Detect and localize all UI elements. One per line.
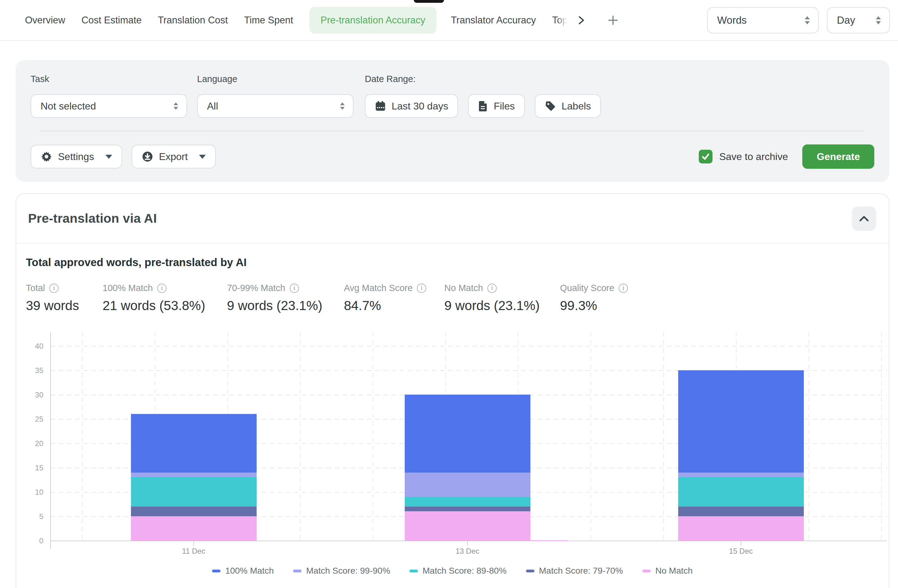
language-select-value: All — [207, 100, 218, 112]
legend-item[interactable]: Match Score: 79-70% — [526, 566, 623, 576]
date-range-value: Last 30 days — [392, 100, 448, 112]
legend-item[interactable]: 100% Match — [212, 566, 274, 576]
stat-value: 84.7% — [344, 298, 444, 313]
legend-label: Match Score: 89-80% — [423, 566, 506, 576]
plot-area: 051015202530354011 Dec13 Dec15 Dec — [51, 332, 887, 541]
labels-button-label: Labels — [561, 100, 591, 112]
collapse-card-button[interactable] — [852, 206, 876, 231]
stat-avg-match-score: Avg Match Scorei 84.7% — [344, 283, 444, 313]
info-icon[interactable]: i — [487, 283, 497, 293]
stat-70-99-match: 70-99% Matchi 9 words (23.1%) — [227, 283, 344, 313]
legend-swatch — [212, 570, 220, 573]
y-axis-tick-label: 30 — [20, 391, 43, 399]
unit-select[interactable]: Words — [707, 7, 819, 33]
baseline-zero-bar-artifact — [530, 540, 569, 541]
date-range-label: Date Range: — [365, 74, 601, 84]
bar-segment — [131, 516, 257, 540]
x-gridline — [300, 332, 301, 541]
pre-translation-card: Pre-translation via AI Total approved wo… — [15, 193, 889, 588]
filter-divider — [40, 130, 865, 131]
bar-segment — [131, 473, 257, 477]
add-tab-icon[interactable] — [608, 15, 618, 26]
legend-item[interactable]: Match Score: 99-90% — [293, 566, 390, 576]
labels-filter-button[interactable]: Labels — [535, 94, 601, 118]
legend-label: Match Score: 99-90% — [306, 566, 390, 576]
legend-swatch — [526, 570, 534, 573]
chart-legend: 100% MatchMatch Score: 99-90%Match Score… — [16, 566, 889, 576]
bar-segment — [131, 414, 257, 472]
info-icon[interactable]: i — [619, 283, 628, 293]
generate-button[interactable]: Generate — [802, 145, 874, 169]
chevron-down-icon — [199, 155, 206, 159]
report-tabbar: Overview Cost Estimate Translation Cost … — [0, 0, 898, 41]
stat-no-match: No Matchi 9 words (23.1%) — [444, 283, 560, 313]
x-axis-tick — [741, 541, 741, 546]
bar-segment — [405, 506, 530, 512]
stat-value: 21 words (53.8%) — [103, 298, 227, 313]
chart-section-title: Total approved words, pre-translated by … — [26, 256, 875, 269]
y-gridline — [51, 346, 887, 346]
tab-overview[interactable]: Overview — [25, 15, 65, 26]
task-select[interactable]: Not selected — [31, 94, 187, 118]
period-select-value: Day — [837, 14, 855, 26]
download-icon — [141, 151, 154, 163]
x-gridline — [809, 332, 809, 541]
y-axis-tick-label: 40 — [20, 342, 43, 351]
legend-swatch — [409, 570, 418, 573]
stacked-bar-15-dec[interactable] — [678, 370, 804, 540]
x-axis-tick — [467, 541, 468, 546]
date-range-button[interactable]: Last 30 days — [365, 94, 458, 118]
tabs-scroll-right-icon[interactable] — [577, 15, 586, 26]
stat-label: Total — [26, 283, 45, 293]
y-axis-tick-label: 15 — [20, 463, 43, 472]
legend-swatch — [293, 570, 301, 573]
legend-item[interactable]: Match Score: 89-80% — [409, 566, 506, 576]
chevron-down-icon — [105, 155, 112, 159]
legend-swatch — [642, 570, 651, 573]
legend-item[interactable]: No Match — [642, 566, 693, 576]
bar-segment — [405, 497, 530, 506]
tab-translator-accuracy[interactable]: Translator Accuracy — [451, 15, 536, 26]
info-icon[interactable]: i — [49, 283, 58, 293]
screen-notch — [414, 0, 444, 3]
save-to-archive-checkbox[interactable] — [699, 150, 712, 163]
y-axis-tick-label: 20 — [20, 439, 43, 448]
tab-cost-estimate[interactable]: Cost Estimate — [81, 15, 141, 26]
tab-translation-cost[interactable]: Translation Cost — [158, 15, 228, 26]
x-gridline — [663, 332, 664, 541]
info-icon[interactable]: i — [157, 283, 166, 293]
x-gridline — [373, 332, 373, 541]
files-button-label: Files — [494, 100, 515, 112]
settings-button[interactable]: Settings — [31, 145, 122, 168]
task-label: Task — [31, 74, 197, 84]
info-icon[interactable]: i — [417, 283, 426, 293]
stat-value: 99.3% — [560, 298, 628, 313]
language-label: Language — [197, 74, 365, 84]
tab-time-spent[interactable]: Time Spent — [244, 15, 293, 26]
period-select[interactable]: Day — [827, 7, 890, 33]
info-icon[interactable]: i — [290, 283, 299, 293]
bar-segment — [678, 516, 804, 540]
check-icon — [701, 152, 710, 161]
y-axis-tick-label: 35 — [20, 366, 43, 375]
bar-segment — [405, 511, 530, 540]
x-axis-tick — [193, 541, 194, 546]
legend-label: Match Score: 79-70% — [539, 566, 623, 576]
file-icon — [478, 100, 488, 112]
stacked-bar-13-dec[interactable] — [405, 395, 530, 540]
language-select[interactable]: All — [197, 94, 354, 118]
stat-100-match: 100% Matchi 21 words (53.8%) — [103, 283, 227, 313]
y-axis-tick-label: 25 — [20, 415, 43, 423]
tab-top-truncated[interactable]: Top — [552, 15, 568, 26]
export-button[interactable]: Export — [132, 145, 216, 168]
card-title: Pre-translation via AI — [28, 211, 157, 226]
stacked-bar-11-dec[interactable] — [131, 414, 257, 540]
bar-segment — [678, 473, 804, 477]
calendar-icon — [375, 100, 386, 112]
y-axis-tick-label: 0 — [20, 537, 43, 545]
stat-label: 100% Match — [103, 283, 153, 293]
filters-panel: Task Not selected Language All Date Rang… — [15, 60, 889, 182]
files-filter-button[interactable]: Files — [468, 94, 525, 118]
stat-label: 70-99% Match — [227, 283, 285, 293]
tab-pre-translation-accuracy-active[interactable]: Pre-translation Accuracy — [309, 7, 437, 34]
